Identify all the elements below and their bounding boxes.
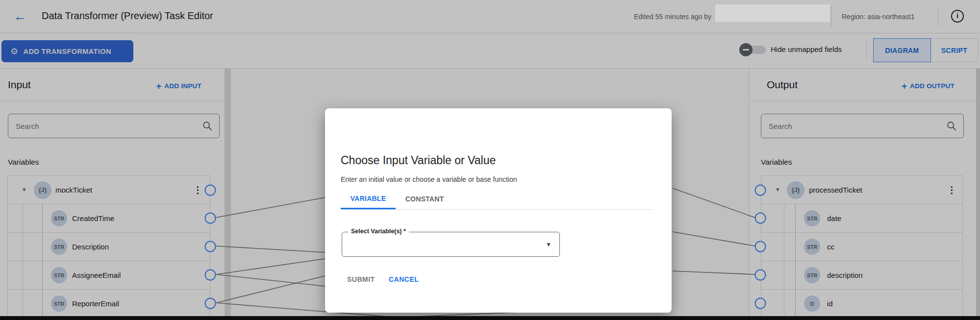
dialog-tabs: VARIABLE CONSTANT — [341, 189, 453, 209]
dropdown-caret-icon: ▼ — [546, 241, 552, 248]
tabs-divider — [341, 209, 652, 210]
select-variables-label: Select Variable(s) * — [348, 228, 409, 235]
tab-constant[interactable]: CONSTANT — [396, 189, 453, 209]
tab-variable[interactable]: VARIABLE — [341, 189, 396, 209]
dialog-subtitle: Enter an initial value or choose a varia… — [341, 175, 517, 183]
select-variables-dropdown[interactable]: Select Variable(s) * ▼ — [342, 232, 560, 257]
cancel-button[interactable]: CANCEL — [389, 275, 419, 283]
dialog-title: Choose Input Variable or Value — [341, 154, 496, 167]
choose-input-dialog: Choose Input Variable or Value Enter an … — [325, 108, 672, 313]
submit-button[interactable]: SUBMIT — [347, 275, 375, 283]
redacted-user-area — [715, 4, 830, 22]
